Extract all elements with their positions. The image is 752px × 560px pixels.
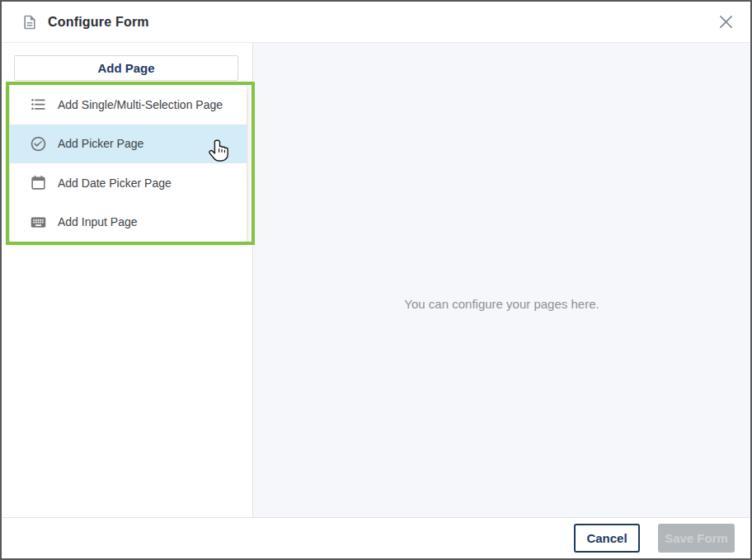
menu-item-add-single-multi-selection-page[interactable]: Add Single/Multi-Selection Page bbox=[10, 85, 247, 125]
menu-item-label: Add Input Page bbox=[58, 215, 138, 228]
menu-item-add-picker-page[interactable]: Add Picker Page bbox=[10, 125, 247, 164]
pages-config-area: You can configure your pages here. bbox=[253, 43, 750, 517]
dialog-header: Configure Form bbox=[2, 2, 750, 43]
document-icon bbox=[21, 13, 38, 31]
empty-state-message: You can configure your pages here. bbox=[404, 297, 599, 311]
add-page-button[interactable]: Add Page bbox=[14, 55, 238, 81]
save-form-button[interactable]: Save Form bbox=[658, 524, 735, 553]
menu-item-label: Add Picker Page bbox=[58, 137, 143, 150]
menu-item-add-input-page[interactable]: Add Input Page bbox=[10, 203, 247, 242]
menu-item-label: Add Single/Multi-Selection Page bbox=[58, 98, 223, 111]
add-page-menu: Add Single/Multi-Selection Page Add Pick… bbox=[10, 85, 247, 242]
pages-sidebar: Add Page Add Single/Multi-Selection Page bbox=[2, 43, 253, 517]
keyboard-icon bbox=[30, 214, 47, 231]
dialog-title: Configure Form bbox=[48, 15, 149, 30]
dialog-footer: Cancel Save Form bbox=[2, 517, 750, 558]
dialog-body: Add Page Add Single/Multi-Selection Page bbox=[2, 43, 750, 517]
check-circle-icon bbox=[30, 135, 47, 153]
list-icon bbox=[30, 96, 47, 113]
configure-form-dialog: Configure Form Add Page Add Sin bbox=[0, 0, 752, 560]
menu-item-label: Add Date Picker Page bbox=[58, 176, 172, 190]
calendar-icon bbox=[30, 174, 47, 191]
cancel-button[interactable]: Cancel bbox=[574, 524, 640, 553]
menu-item-add-date-picker-page[interactable]: Add Date Picker Page bbox=[10, 163, 247, 203]
close-icon[interactable] bbox=[716, 12, 736, 32]
